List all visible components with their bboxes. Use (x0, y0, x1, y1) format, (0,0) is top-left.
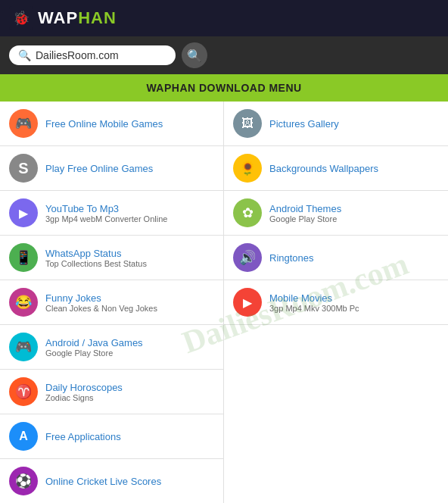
logo: 🐞 WAPHAN (9, 6, 117, 30)
logo-bug-icon: 🐞 (9, 6, 33, 30)
text-backgrounds-wallpapers: Backgrounds Wallpapers (269, 163, 378, 174)
menu-item-free-applications[interactable]: A Free Applications (0, 414, 224, 459)
menu-item-whatsapp-status[interactable]: 📱 WhatsApp Status Top Collections Best S… (0, 236, 224, 280)
icon-android-themes: ✿ (233, 198, 262, 227)
menu-item-android-java-games[interactable]: 🎮 Android / Java Games Google Play Store (0, 325, 224, 370)
menu-item-mobile-movies[interactable]: ▶ Mobile Movies 3gp Mp4 Mkv 300Mb Pc (224, 280, 448, 325)
menu-grid: DailiesRoom.com 🎮 Free Online Mobile Gam… (0, 102, 448, 503)
menu-item-pictures-gallery[interactable]: 🖼 Pictures Gallery (224, 102, 448, 146)
search-button[interactable]: 🔍 (182, 42, 207, 68)
text-free-applications: Free Applications (45, 431, 121, 442)
icon-play-free-online-games: S (9, 154, 38, 183)
icon-whatsapp-status: 📱 (9, 243, 38, 272)
icon-free-online-mobile-games: 🎮 (9, 109, 38, 138)
text-whatsapp-status: WhatsApp Status Top Collections Best Sta… (45, 248, 147, 268)
icon-ringtones: 🔊 (233, 243, 262, 272)
svg-text:🐞: 🐞 (13, 10, 30, 27)
text-pictures-gallery: Pictures Gallery (269, 118, 339, 130)
text-ringtones: Ringtones (269, 252, 314, 264)
menu-item-android-themes[interactable]: ✿ Android Themes Google Play Store (224, 191, 448, 236)
search-input[interactable] (36, 49, 166, 61)
text-android-themes: Android Themes Google Play Store (269, 203, 341, 223)
text-mobile-movies: Mobile Movies 3gp Mp4 Mkv 300Mb Pc (269, 292, 359, 313)
menu-item-online-cricket-live-scores[interactable]: ⚽ Online Cricket Live Scores (0, 459, 224, 503)
menu-item-ringtones[interactable]: 🔊 Ringtones (224, 236, 448, 280)
search-bar: 🔍 🔍 (0, 36, 448, 74)
search-input-wrap[interactable]: 🔍 (9, 45, 176, 65)
logo-han: HAN (78, 8, 117, 27)
header: 🐞 WAPHAN (0, 0, 448, 36)
text-youtube-to-mp3: YouTube To Mp3 3gp Mp4 webM Converter On… (45, 203, 167, 223)
menu-item-daily-horoscopes[interactable]: ♈ Daily Horoscopes Zodiac Signs (0, 370, 224, 414)
menu-item-free-online-mobile-games[interactable]: 🎮 Free Online Mobile Games (0, 102, 224, 146)
icon-mobile-movies: ▶ (233, 288, 262, 317)
icon-free-applications: A (9, 422, 38, 451)
icon-daily-horoscopes: ♈ (9, 377, 38, 406)
icon-funny-jokes: 😂 (9, 288, 38, 317)
text-play-free-online-games: Play Free Online Games (45, 163, 153, 174)
logo-wap: WAP (38, 8, 78, 27)
text-daily-horoscopes: Daily Horoscopes Zodiac Signs (45, 382, 123, 402)
icon-android-java-games: 🎮 (9, 333, 38, 361)
menu-header: WAPHAN DOWNLOAD MENU (0, 74, 448, 102)
search-small-icon: 🔍 (18, 49, 31, 61)
menu-item-funny-jokes[interactable]: 😂 Funny Jokes Clean Jokes & Non Veg Joke… (0, 280, 224, 325)
icon-online-cricket-live-scores: ⚽ (9, 467, 38, 495)
menu-item-youtube-to-mp3[interactable]: ▶ YouTube To Mp3 3gp Mp4 webM Converter … (0, 191, 224, 236)
text-free-online-mobile-games: Free Online Mobile Games (45, 118, 163, 130)
icon-backgrounds-wallpapers: 🌻 (233, 154, 262, 183)
text-android-java-games: Android / Java Games Google Play Store (45, 337, 143, 358)
text-online-cricket-live-scores: Online Cricket Live Scores (45, 476, 161, 487)
menu-item-play-free-online-games[interactable]: S Play Free Online Games (0, 146, 224, 191)
menu-item-backgrounds-wallpapers[interactable]: 🌻 Backgrounds Wallpapers (224, 146, 448, 191)
text-funny-jokes: Funny Jokes Clean Jokes & Non Veg Jokes (45, 292, 157, 313)
icon-youtube-to-mp3: ▶ (9, 198, 38, 227)
icon-pictures-gallery: 🖼 (233, 109, 262, 138)
